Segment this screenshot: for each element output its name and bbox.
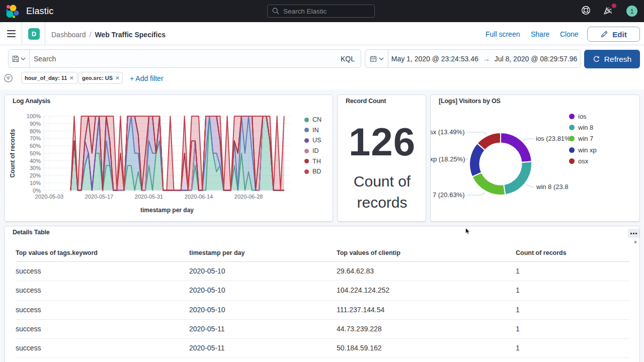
date-start[interactable]: May 1, 2020 @ 23:24:53.46 bbox=[391, 55, 478, 63]
table-column-header[interactable]: Count of records bbox=[516, 248, 629, 262]
edit-button[interactable]: Edit bbox=[587, 27, 640, 42]
svg-text:2020-05-31: 2020-05-31 bbox=[135, 194, 163, 200]
table-cell: 2020-05-10 bbox=[189, 281, 337, 300]
svg-text:100%: 100% bbox=[27, 113, 41, 119]
query-bar: Search KQL bbox=[8, 49, 361, 68]
table-cell: success bbox=[16, 281, 189, 300]
table-row: success2020-05-1144.73.239.2281 bbox=[16, 319, 629, 338]
date-range[interactable]: May 1, 2020 @ 23:24:53.46 → Jul 8, 2020 … bbox=[388, 55, 580, 63]
legend-dot bbox=[304, 128, 309, 132]
filter-pill-hour-of-day[interactable]: hour_of_day: 11 × bbox=[21, 72, 77, 84]
panel-options-button[interactable] bbox=[628, 229, 639, 238]
svg-text:70%: 70% bbox=[30, 135, 41, 141]
legend-item[interactable]: win xp bbox=[569, 144, 597, 155]
full-screen-button[interactable]: Full screen bbox=[486, 30, 520, 38]
metric-label: Count of records bbox=[338, 171, 427, 213]
svg-text:2020-06-14: 2020-06-14 bbox=[185, 194, 213, 200]
clone-button[interactable]: Clone bbox=[560, 30, 579, 38]
legend-dot bbox=[304, 169, 309, 174]
pie-chart-legend: ioswin 8win 7win xposx bbox=[569, 111, 597, 167]
legend-dot bbox=[569, 147, 575, 153]
date-picker: May 1, 2020 @ 23:24:53.46 → Jul 8, 2020 … bbox=[365, 49, 581, 68]
svg-text:50%: 50% bbox=[30, 150, 41, 156]
date-end[interactable]: Jul 8, 2020 @ 08:29:57.96 bbox=[495, 55, 577, 63]
share-button[interactable]: Share bbox=[531, 30, 549, 38]
legend-item[interactable]: ios bbox=[569, 111, 597, 122]
top-navigation-bar: Elastic Search Elastic 1 bbox=[0, 0, 644, 22]
kql-search-input[interactable]: Search bbox=[30, 55, 335, 63]
table-cell: 2020-05-11 bbox=[189, 339, 337, 358]
svg-text:80%: 80% bbox=[30, 128, 41, 134]
table-cell: 1 bbox=[516, 262, 629, 281]
remove-filter-icon[interactable]: × bbox=[69, 74, 73, 82]
query-language-button[interactable]: KQL bbox=[335, 55, 361, 63]
table-cell: 111.237.144.54 bbox=[337, 300, 516, 319]
legend-item[interactable]: TH bbox=[304, 156, 321, 166]
details-table: Top values of tags.keywordtimestamp per … bbox=[16, 248, 629, 358]
global-search-input[interactable]: Search Elastic bbox=[267, 5, 375, 18]
panel-visitors-by-os: [Logs] Visitors by OS ios (23.81%win 8 (… bbox=[430, 95, 640, 222]
refresh-icon bbox=[593, 55, 600, 63]
table-cell: 50.184.59.162 bbox=[337, 339, 516, 358]
pie-callout-label: xp (18.25%) bbox=[431, 155, 465, 163]
legend-dot bbox=[569, 114, 575, 119]
legend-item[interactable]: osx bbox=[569, 156, 597, 167]
table-cell: 2020-05-10 bbox=[189, 262, 337, 281]
dashboard-app-badge[interactable]: D bbox=[28, 28, 40, 40]
svg-text:20%: 20% bbox=[30, 172, 41, 178]
table-cell: 29.64.62.83 bbox=[337, 262, 516, 281]
calendar-icon bbox=[370, 55, 377, 62]
user-avatar[interactable]: 1 bbox=[626, 6, 637, 17]
refresh-button[interactable]: Refresh bbox=[584, 50, 640, 68]
legend-label: ID bbox=[312, 147, 319, 154]
mouse-cursor bbox=[465, 228, 470, 235]
table-column-header[interactable]: timestamp per day bbox=[189, 248, 337, 262]
table-column-header[interactable]: Top values of tags.keyword bbox=[16, 248, 189, 262]
legend-dot bbox=[304, 149, 309, 153]
table-row: success2020-05-1029.64.62.831 bbox=[16, 262, 629, 281]
table-cell: 2020-05-10 bbox=[189, 300, 337, 319]
saved-query-menu-button[interactable] bbox=[9, 50, 30, 67]
table-row: success2020-05-1150.184.59.1621 bbox=[16, 339, 629, 358]
area-chart: 0%10%20%30%40%50%60%70%80%90%100%2020-05… bbox=[5, 95, 333, 221]
panel-title: Details Table bbox=[13, 229, 50, 236]
legend-item[interactable]: IN bbox=[304, 125, 321, 136]
divider bbox=[45, 22, 45, 45]
newsfeed-icon[interactable] bbox=[603, 6, 612, 15]
scrollbar-thumb[interactable] bbox=[634, 241, 636, 243]
elastic-logo-icon bbox=[6, 4, 20, 18]
legend-label: CN bbox=[312, 116, 321, 123]
table-column-header[interactable]: Top values of clientip bbox=[337, 248, 516, 262]
chevron-down-icon bbox=[379, 57, 384, 60]
remove-filter-icon[interactable]: × bbox=[115, 74, 119, 82]
date-quick-select-button[interactable] bbox=[365, 50, 388, 67]
legend-item[interactable]: CN bbox=[304, 115, 321, 125]
legend-label: osx bbox=[578, 157, 588, 165]
svg-text:10%: 10% bbox=[30, 180, 41, 186]
legend-item[interactable]: win 8 bbox=[569, 122, 597, 133]
legend-item[interactable]: win 7 bbox=[569, 133, 597, 144]
table-cell: 2020-05-11 bbox=[189, 319, 337, 338]
pie-callout-label: ios (23.81% bbox=[536, 135, 571, 142]
table-cell: success bbox=[16, 319, 189, 338]
table-row: success2020-05-10104.224.124.2521 bbox=[16, 281, 629, 300]
legend-label: win 8 bbox=[578, 124, 593, 131]
legend-item[interactable]: BD bbox=[304, 166, 321, 177]
donut-chart: ios (23.81%win 8 (23.87 (20.63%)xp (18.2… bbox=[431, 95, 639, 221]
svg-text:2020-06-28: 2020-06-28 bbox=[234, 194, 263, 200]
add-filter-button[interactable]: + Add filter bbox=[130, 74, 164, 82]
help-icon[interactable] bbox=[581, 6, 591, 15]
menu-icon[interactable] bbox=[7, 30, 16, 38]
filter-pill-geo-src[interactable]: geo.src: US × bbox=[78, 72, 123, 84]
table-cell: 1 bbox=[516, 319, 629, 338]
legend-dot bbox=[569, 136, 575, 141]
breadcrumb-dashboard[interactable]: Dashboard bbox=[51, 31, 86, 39]
legend-item[interactable]: ID bbox=[304, 146, 321, 156]
filter-settings-icon[interactable] bbox=[4, 74, 13, 82]
legend-dot bbox=[569, 158, 575, 164]
legend-item[interactable]: US bbox=[304, 135, 321, 146]
svg-text:0%: 0% bbox=[33, 188, 41, 194]
table-row: success2020-05-10111.237.144.541 bbox=[16, 300, 629, 319]
legend-label: IN bbox=[312, 127, 319, 134]
svg-text:60%: 60% bbox=[30, 143, 41, 149]
